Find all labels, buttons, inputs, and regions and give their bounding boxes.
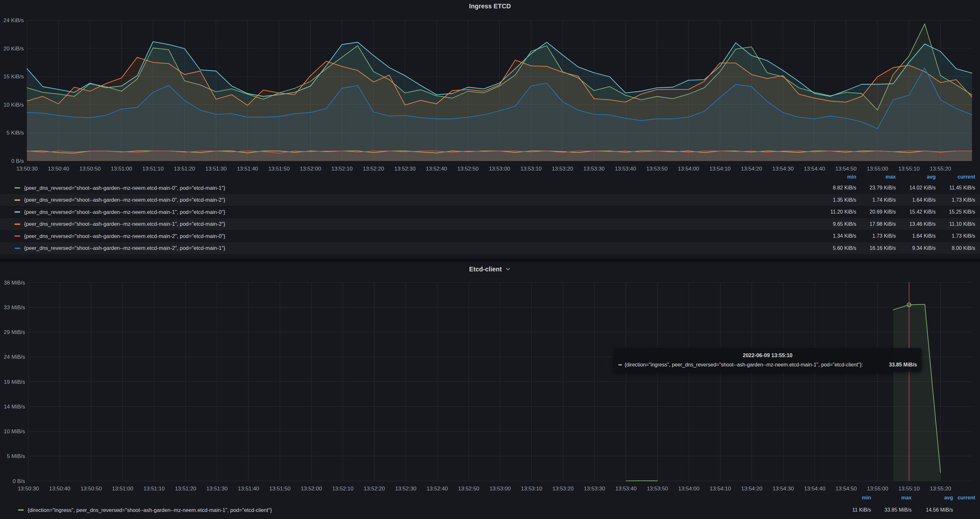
- y-axis-label: 19 MiB/s: [4, 379, 25, 385]
- legend-header-avg[interactable]: avg: [912, 495, 953, 501]
- x-axis-label: 13:51:20: [174, 166, 195, 172]
- x-axis-label: 13:52:20: [363, 166, 384, 172]
- legend-header-row: minmaxavgcurrent: [815, 174, 980, 180]
- legend-value-max: 33.85 MiB/s: [871, 507, 912, 513]
- x-axis-label: 13:53:40: [615, 486, 636, 492]
- legend-value-min: 11.20 KiB/s: [815, 209, 856, 215]
- legend-value-min: 5.60 KiB/s: [815, 245, 856, 251]
- x-axis-label: 13:52:40: [427, 486, 448, 492]
- grafana-dashboard: Ingress ETCD 0 B/s5 KiB/s10 KiB/s15 KiB/…: [0, 0, 980, 519]
- legend-value-max: 20.69 KiB/s: [856, 209, 896, 215]
- legend-series-label[interactable]: {peer_dns_reversed="shoot--ash-garden--m…: [24, 221, 815, 227]
- y-axis-label: 0 B/s: [13, 478, 25, 484]
- x-axis-label: 13:53:00: [489, 166, 510, 172]
- y-axis-label: 14 MiB/s: [4, 404, 25, 410]
- legend-header-max[interactable]: max: [871, 495, 912, 501]
- legend-header-current[interactable]: current: [953, 495, 975, 501]
- series-color-dash[interactable]: [14, 187, 20, 189]
- legend-value-avg: 14.02 KiB/s: [896, 185, 935, 191]
- y-axis-label: 0 B/s: [11, 158, 24, 164]
- legend-header-min[interactable]: min: [815, 174, 856, 180]
- x-axis-label: 13:51:30: [206, 486, 228, 492]
- x-axis-label: 13:50:40: [49, 486, 70, 492]
- legend-row: {peer_dns_reversed="shoot--ash-garden--m…: [0, 242, 980, 254]
- y-axis-label: 24 MiB/s: [4, 354, 25, 360]
- legend-series-label[interactable]: {direction="ingress", peer_dns_reversed=…: [28, 507, 829, 513]
- x-axis-label: 13:54:50: [835, 166, 857, 172]
- tooltip-timestamp: 2022-06-09 13:55:10: [614, 348, 921, 360]
- legend-value-min: 9.65 KiB/s: [815, 221, 856, 227]
- legend-value-current: 11.45 KiB/s: [935, 185, 975, 191]
- x-axis-label: 13:53:20: [552, 166, 573, 172]
- legend-value-current: 1.73 KiB/s: [935, 233, 975, 239]
- series-color-dash[interactable]: [14, 224, 20, 225]
- x-axis-label: 13:52:30: [394, 166, 415, 172]
- panel-ingress-etcd: Ingress ETCD 0 B/s5 KiB/s10 KiB/s15 KiB/…: [0, 0, 980, 259]
- x-axis-label: 13:53:10: [521, 486, 542, 492]
- legend-series-label[interactable]: {peer_dns_reversed="shoot--ash-garden--m…: [24, 245, 815, 251]
- panel-etcd-client: Etcd-client 0 B/s5 MiB/s10 MiB/s14 MiB/s…: [0, 262, 980, 519]
- series-color-dash[interactable]: [14, 235, 20, 237]
- x-axis-label: 13:51:10: [142, 166, 164, 172]
- y-axis-label: 15 KiB/s: [3, 73, 24, 79]
- x-axis-label: 13:51:30: [205, 166, 226, 172]
- tooltip: 2022-06-09 13:55:10 {direction="ingress"…: [614, 348, 921, 371]
- series-color-dash[interactable]: [14, 200, 20, 201]
- legend-value-avg: 9.34 KiB/s: [896, 245, 935, 251]
- legend-series-label[interactable]: {peer_dns_reversed="shoot--ash-garden--m…: [24, 209, 815, 215]
- y-axis-label: 33 MiB/s: [4, 305, 25, 311]
- x-axis-label: 13:55:20: [930, 486, 951, 492]
- legend-value-current: 15.25 KiB/s: [935, 209, 975, 215]
- series-color-dash[interactable]: [14, 248, 20, 249]
- series-fill: [893, 305, 940, 481]
- x-axis-label: 13:54:40: [804, 486, 825, 492]
- x-axis-label: 13:52:00: [300, 166, 321, 172]
- x-axis-label: 13:50:40: [48, 166, 69, 172]
- legend-value-current: 11.10 KiB/s: [935, 221, 975, 227]
- x-axis-label: 13:52:50: [457, 166, 479, 172]
- legend-row: {direction="ingress", peer_dns_reversed=…: [0, 504, 980, 516]
- series-color-dash[interactable]: [14, 211, 20, 213]
- y-axis-label: 38 MiB/s: [4, 280, 25, 286]
- legend-value-max: 1.73 KiB/s: [856, 233, 896, 239]
- legend-header-min[interactable]: min: [829, 495, 871, 501]
- legend-series-label[interactable]: {peer_dns_reversed="shoot--ash-garden--m…: [24, 233, 815, 239]
- x-axis-label: 13:54:10: [710, 486, 731, 492]
- x-axis-label: 13:53:30: [584, 486, 605, 492]
- y-axis-label: 24 KiB/s: [3, 17, 24, 24]
- x-axis-label: 13:55:10: [898, 486, 920, 492]
- y-axis-label: 10 KiB/s: [3, 102, 24, 108]
- x-axis-label: 13:52:50: [458, 486, 479, 492]
- timeseries-plot-ingress-etcd[interactable]: 0 B/s5 KiB/s10 KiB/s15 KiB/s20 KiB/s24 K…: [0, 0, 980, 175]
- legend-header-max[interactable]: max: [856, 174, 896, 180]
- legend-value-current: 1.73 KiB/s: [935, 197, 975, 203]
- legend-row: {peer_dns_reversed="shoot--ash-garden--m…: [0, 182, 980, 194]
- x-axis-label: 13:54:40: [804, 166, 825, 172]
- x-axis-label: 13:53:40: [615, 166, 636, 172]
- series-color-dash[interactable]: [18, 509, 24, 511]
- legend-value-max: 1.74 KiB/s: [856, 197, 896, 203]
- legend-value-avg: 14.56 MiB/s: [912, 507, 953, 513]
- legend-value-avg: 1.64 KiB/s: [896, 233, 935, 239]
- x-axis-label: 13:51:20: [175, 486, 196, 492]
- y-axis-label: 29 MiB/s: [4, 329, 25, 335]
- legend-header-avg[interactable]: avg: [896, 174, 935, 180]
- x-axis-label: 13:51:50: [268, 166, 290, 172]
- timeseries-plot-etcd-client[interactable]: 0 B/s5 MiB/s10 MiB/s14 MiB/s19 MiB/s24 M…: [0, 262, 980, 496]
- x-axis-label: 13:52:20: [364, 486, 385, 492]
- legend-series-label[interactable]: {peer_dns_reversed="shoot--ash-garden--m…: [24, 197, 815, 203]
- legend-value-avg: 15.42 KiB/s: [896, 209, 935, 215]
- x-axis-label: 13:53:50: [646, 166, 668, 172]
- legend-row: {peer_dns_reversed="shoot--ash-garden--m…: [0, 230, 980, 242]
- legend-value-max: 16.16 KiB/s: [856, 245, 896, 251]
- x-axis-label: 13:51:10: [144, 486, 165, 492]
- x-axis-label: 13:54:20: [741, 486, 762, 492]
- x-axis-label: 13:50:30: [18, 486, 39, 492]
- legend-series-label[interactable]: {peer_dns_reversed="shoot--ash-garden--m…: [24, 185, 815, 191]
- tooltip-series-row: {direction="ingress", peer_dns_reversed=…: [614, 360, 921, 371]
- x-axis-label: 13:54:20: [741, 166, 762, 172]
- legend-header-current[interactable]: current: [935, 174, 975, 180]
- x-axis-label: 13:50:30: [16, 166, 38, 172]
- legend-value-min: 1.34 KiB/s: [815, 233, 856, 239]
- x-axis-label: 13:50:50: [81, 486, 102, 492]
